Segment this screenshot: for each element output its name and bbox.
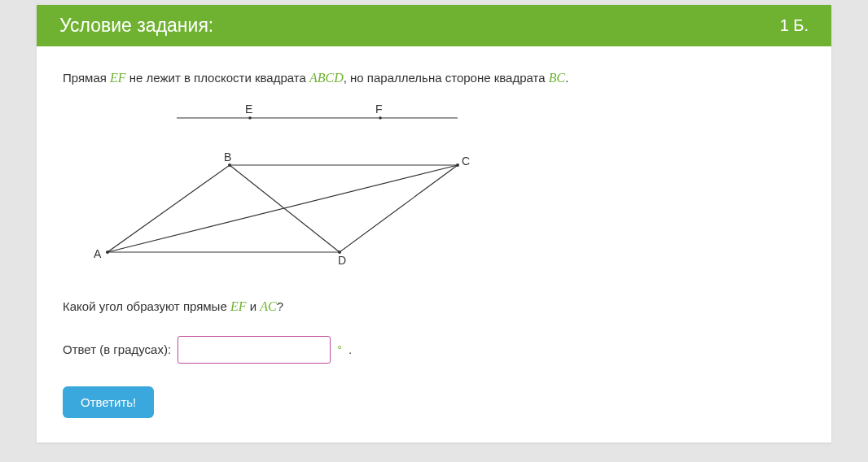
label-c: C: [462, 155, 470, 168]
submit-button[interactable]: Ответить!: [63, 386, 154, 418]
answer-input[interactable]: [178, 336, 331, 364]
task-question: Какой угол образуют прямые EF и AC?: [63, 298, 805, 316]
svg-line-4: [107, 165, 458, 252]
text-fragment: и: [246, 299, 260, 313]
svg-point-2: [379, 117, 382, 120]
label-d: D: [338, 254, 346, 264]
svg-point-1: [248, 117, 252, 120]
math-ef2: EF: [230, 299, 247, 313]
label-f: F: [375, 102, 383, 116]
header-score: 1 Б.: [780, 16, 809, 35]
svg-line-5: [230, 165, 340, 252]
task-statement: Прямая EF не лежит в плоскости квадрата …: [63, 69, 805, 87]
diagram-svg: E F B C D A: [79, 102, 486, 264]
answer-label: Ответ (в градусах):: [63, 342, 171, 356]
text-fragment: , но параллельна стороне квадрата: [344, 71, 549, 85]
dot: .: [349, 342, 352, 356]
text-fragment: Прямая: [63, 71, 110, 85]
math-ac: AC: [260, 299, 276, 313]
answer-row: Ответ (в градусах): °.: [63, 336, 805, 364]
label-b: B: [224, 150, 231, 163]
math-bc: BC: [549, 71, 565, 85]
svg-point-7: [456, 163, 459, 167]
geometry-diagram: E F B C D A: [79, 102, 805, 267]
text-fragment: .: [565, 71, 568, 85]
task-card: Условие задания: 1 Б. Прямая EF не лежит…: [37, 5, 831, 442]
math-ef: EF: [110, 71, 126, 85]
label-a: A: [94, 247, 102, 260]
svg-point-9: [106, 251, 109, 254]
text-fragment: не лежит в плоскости квадрата: [126, 71, 309, 85]
task-content: Прямая EF не лежит в плоскости квадрата …: [37, 46, 831, 442]
task-header: Условие задания: 1 Б.: [37, 5, 831, 46]
svg-point-6: [228, 163, 231, 167]
text-fragment: ?: [277, 299, 283, 313]
degree-symbol: °: [337, 342, 342, 356]
text-fragment: Какой угол образуют прямые: [63, 299, 230, 313]
header-title: Условие задания:: [59, 15, 213, 37]
label-e: E: [245, 102, 252, 116]
math-abcd: ABCD: [309, 71, 344, 85]
